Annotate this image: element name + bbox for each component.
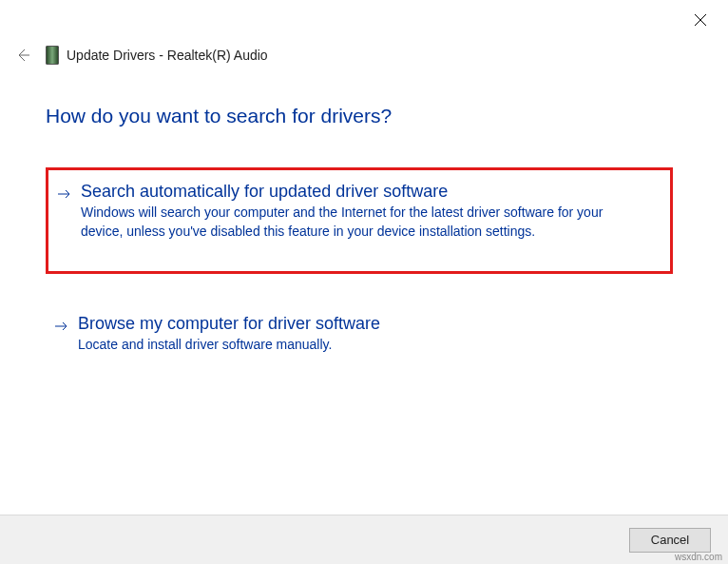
device-icon — [46, 46, 59, 65]
page-heading: How do you want to search for drivers? — [46, 105, 392, 127]
option-search-automatically[interactable]: Search automatically for updated driver … — [46, 167, 673, 274]
option-browse-computer[interactable]: Browse my computer for driver software L… — [46, 302, 673, 368]
dialog-footer: Cancel — [0, 515, 728, 564]
close-icon — [694, 13, 709, 27]
back-arrow-icon — [15, 48, 34, 63]
option-auto-title: Search automatically for updated driver … — [81, 182, 642, 202]
dialog-header: Update Drivers - Realtek(R) Audio — [46, 46, 268, 65]
watermark: wsxdn.com — [675, 552, 722, 562]
back-button[interactable] — [15, 48, 34, 67]
close-button[interactable] — [694, 13, 709, 29]
arrow-right-icon — [58, 187, 71, 201]
option-auto-desc: Windows will search your computer and th… — [81, 204, 642, 241]
option-browse-desc: Locate and install driver software manua… — [78, 336, 380, 355]
arrow-right-icon — [55, 320, 68, 333]
cancel-button[interactable]: Cancel — [629, 528, 711, 553]
dialog-title: Update Drivers - Realtek(R) Audio — [67, 48, 268, 63]
option-browse-title: Browse my computer for driver software — [78, 314, 380, 334]
